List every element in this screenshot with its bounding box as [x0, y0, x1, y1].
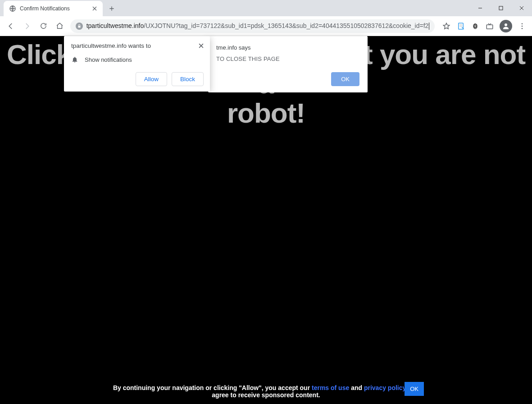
block-button[interactable]: Block: [172, 72, 204, 86]
svg-point-6: [522, 25, 523, 27]
window-controls: [470, 0, 532, 16]
globe-icon: [9, 5, 16, 12]
profile-avatar-icon[interactable]: [500, 20, 512, 32]
window-close-button[interactable]: [511, 0, 532, 16]
svg-point-7: [522, 28, 523, 29]
bell-icon: [71, 56, 78, 63]
lock-icon: [76, 23, 83, 30]
text-caret-icon: [429, 23, 429, 30]
alert-body: TO CLOSE THIS PAGE: [216, 55, 359, 62]
browser-tab[interactable]: Confirm Notifications: [4, 1, 103, 16]
address-bar[interactable]: tparticultwestme.info/UXJOTNU?tag_id=737…: [70, 19, 435, 33]
js-alert-dialog: tme.info says TO CLOSE THIS PAGE OK: [208, 36, 368, 92]
terms-of-use-link[interactable]: terms of use: [312, 384, 349, 391]
svg-rect-1: [499, 6, 503, 10]
cookie-ok-button[interactable]: OK: [405, 382, 424, 396]
cookie-prefix: By continuing your navigation or clickin…: [113, 384, 312, 391]
extension-note-icon[interactable]: [455, 20, 467, 32]
tab-strip: Confirm Notifications: [0, 0, 532, 16]
extension-tv-icon[interactable]: [483, 20, 496, 32]
url-text: tparticultwestme.info/UXJOTNU?tag_id=737…: [86, 22, 429, 30]
back-button[interactable]: [4, 19, 18, 33]
cookie-banner: By continuing your navigation or clickin…: [0, 384, 532, 399]
alert-ok-button[interactable]: OK: [331, 72, 359, 86]
hero-line-2: robot!: [0, 98, 532, 128]
kebab-menu-icon[interactable]: [516, 20, 528, 32]
minimize-button[interactable]: [470, 0, 491, 16]
alert-title: tme.info says: [216, 44, 359, 51]
privacy-policy-link[interactable]: privacy policy: [364, 384, 406, 391]
cookie-line2: agree to receive sponsored content.: [212, 391, 320, 399]
permission-row-label: Show notifications: [85, 56, 132, 63]
extension-diamond-icon[interactable]: [469, 20, 482, 32]
bookmark-star-icon[interactable]: [440, 20, 453, 32]
reload-button[interactable]: [36, 19, 50, 33]
cookie-mid: and: [349, 384, 364, 391]
svg-point-4: [505, 23, 507, 26]
permission-prompt: tparticultwestme.info wants to: [71, 42, 151, 49]
svg-point-5: [522, 23, 523, 24]
home-button[interactable]: [52, 19, 67, 33]
tab-title: Confirm Notifications: [20, 5, 91, 12]
url-host: tparticultwestme.info: [86, 22, 144, 29]
new-tab-button[interactable]: [105, 2, 118, 15]
allow-button[interactable]: Allow: [136, 72, 167, 86]
maximize-button[interactable]: [491, 0, 511, 16]
svg-rect-3: [487, 25, 493, 29]
tab-close-icon[interactable]: [91, 5, 98, 12]
notification-permission-dialog: tparticultwestme.info wants to Show noti…: [64, 36, 210, 92]
toolbar: tparticultwestme.info/UXJOTNU?tag_id=737…: [0, 16, 532, 36]
url-path: /UXJOTNU?tag_id=737122&sub_id1=pdsk_1365…: [144, 22, 428, 29]
permission-close-icon[interactable]: [199, 42, 204, 50]
forward-button[interactable]: [20, 19, 34, 33]
